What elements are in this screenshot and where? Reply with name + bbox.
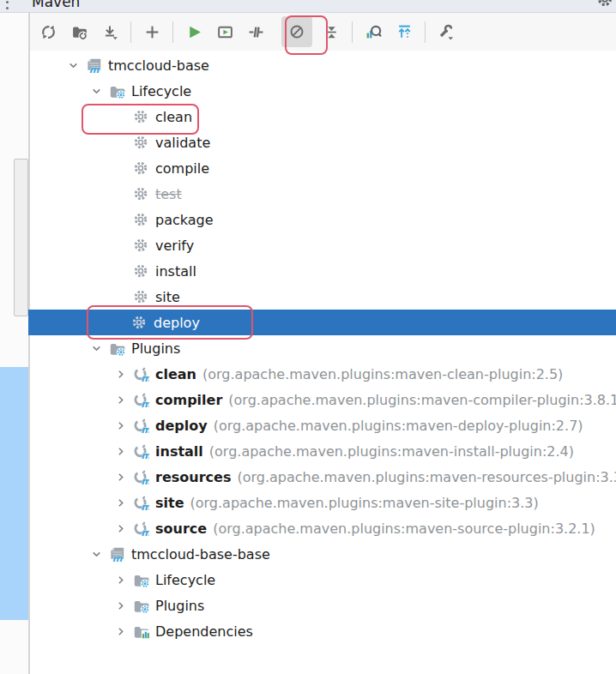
maven-settings-icon[interactable] bbox=[434, 16, 458, 47]
reimport-maven-projects-icon[interactable] bbox=[36, 16, 60, 47]
tree-row-label: tmccloud-base-base bbox=[131, 546, 270, 563]
tree-row-label: site bbox=[155, 289, 180, 305]
maven-project-icon: m bbox=[85, 57, 102, 74]
chevron-right-icon[interactable] bbox=[115, 515, 132, 541]
tree-row-label: site bbox=[155, 495, 184, 511]
generate-sources-icon[interactable] bbox=[67, 16, 91, 47]
tree-row-label: install bbox=[155, 263, 196, 280]
add-maven-project-icon[interactable] bbox=[140, 16, 164, 47]
plugin-coordinates-label: (org.apache.maven.plugins:maven-install-… bbox=[209, 443, 574, 460]
toolbar-separator bbox=[172, 21, 173, 43]
tree-row-label: test bbox=[155, 186, 182, 202]
maven-goal-gear-icon bbox=[132, 185, 149, 202]
tree-row-resources[interactable]: mresources(org.apache.maven.plugins:mave… bbox=[30, 464, 616, 490]
tree-row-label: install bbox=[155, 443, 203, 460]
tree-row-label: deploy bbox=[155, 418, 208, 434]
tree-row-validate[interactable]: validate bbox=[30, 129, 616, 155]
run-maven-build-icon[interactable] bbox=[182, 16, 206, 47]
tree-row-deploy[interactable]: deploy bbox=[28, 310, 616, 335]
maven-tool-window: Maven bbox=[0, 0, 616, 674]
tree-row-lifecycle[interactable]: Lifecycle bbox=[30, 78, 616, 104]
tree-row-label: source bbox=[155, 521, 207, 537]
tool-window-title: Maven bbox=[32, 0, 80, 10]
maven-goal-gear-icon bbox=[132, 108, 149, 125]
tree-row-deploy[interactable]: mdeploy(org.apache.maven.plugins:maven-d… bbox=[30, 412, 616, 438]
tree-row-clean[interactable]: clean bbox=[30, 104, 616, 129]
chevron-spacer bbox=[115, 258, 132, 284]
chevron-down-icon[interactable] bbox=[91, 541, 108, 567]
toggle-skip-tests-icon[interactable] bbox=[281, 16, 312, 47]
chevron-right-icon[interactable] bbox=[115, 618, 132, 644]
chevron-spacer bbox=[115, 207, 132, 232]
tree-row-label: package bbox=[155, 212, 214, 228]
drag-handle-dot bbox=[6, 7, 9, 9]
tree-row-test[interactable]: test bbox=[30, 181, 616, 207]
plugin-coordinates-label: (org.apache.maven.plugins:maven-source-p… bbox=[213, 521, 595, 537]
folder-gear-icon bbox=[108, 340, 125, 357]
tree-row-label: Dependencies bbox=[155, 623, 253, 640]
chevron-down-icon[interactable] bbox=[91, 78, 108, 104]
scrollbar-thumb[interactable] bbox=[14, 159, 28, 316]
chevron-right-icon[interactable] bbox=[115, 464, 132, 490]
dependency-analyzer-icon[interactable] bbox=[361, 16, 385, 47]
chevron-spacer bbox=[115, 129, 132, 155]
chevron-right-icon[interactable] bbox=[115, 387, 132, 412]
toolbar-separator bbox=[130, 21, 131, 43]
maven-plugin-icon: m bbox=[132, 494, 149, 511]
maven-projects-tree: mtmccloud-base Lifecycle clean validate … bbox=[30, 51, 616, 674]
chevron-down-icon[interactable] bbox=[91, 335, 108, 361]
maven-plugin-icon: m bbox=[132, 365, 149, 382]
tree-row-label: tmccloud-base bbox=[108, 57, 209, 74]
tree-row-label: resources bbox=[155, 469, 231, 485]
maven-goal-gear-icon bbox=[132, 159, 149, 177]
download-sources-icon[interactable] bbox=[98, 16, 122, 47]
tree-row-site[interactable]: msite(org.apache.maven.plugins:maven-sit… bbox=[30, 490, 616, 515]
tree-row-compiler[interactable]: mcompiler(org.apache.maven.plugins:maven… bbox=[30, 387, 616, 412]
maven-plugin-icon: m bbox=[132, 417, 149, 434]
maven-goal-gear-icon bbox=[132, 134, 149, 151]
maven-plugin-icon: m bbox=[132, 391, 149, 408]
tree-row-label: Plugins bbox=[155, 598, 204, 614]
tree-row-source[interactable]: msource(org.apache.maven.plugins:maven-s… bbox=[30, 515, 616, 541]
maven-goal-gear-icon bbox=[132, 211, 149, 228]
maven-plugin-icon: m bbox=[132, 442, 149, 460]
header-gear-icon[interactable] bbox=[596, 0, 613, 11]
tree-row-plugins[interactable]: Plugins bbox=[30, 335, 616, 361]
chevron-right-icon[interactable] bbox=[115, 412, 132, 438]
tree-row-lifecycle[interactable]: Lifecycle bbox=[30, 567, 616, 593]
chevron-right-icon[interactable] bbox=[115, 567, 132, 593]
svg-text:m: m bbox=[112, 552, 123, 562]
tree-row-package[interactable]: package bbox=[30, 207, 616, 232]
chevron-down-icon[interactable] bbox=[68, 52, 85, 78]
gutter-selection-marker bbox=[0, 367, 28, 620]
expand-icon[interactable] bbox=[392, 16, 416, 47]
execute-maven-goal-icon[interactable] bbox=[213, 16, 237, 47]
tree-row-install[interactable]: minstall(org.apache.maven.plugins:maven-… bbox=[30, 438, 616, 464]
toggle-offline-mode-icon[interactable] bbox=[244, 16, 268, 47]
tree-row-compile[interactable]: compile bbox=[30, 155, 616, 181]
svg-text:m: m bbox=[141, 475, 149, 484]
tree-row-install[interactable]: install bbox=[30, 258, 616, 284]
collapse-all-icon[interactable] bbox=[319, 16, 343, 47]
maven-plugin-icon: m bbox=[132, 520, 149, 537]
tree-row-site[interactable]: site bbox=[30, 284, 616, 310]
chevron-right-icon[interactable] bbox=[115, 593, 132, 618]
tree-row-dependencies[interactable]: Dependencies bbox=[30, 618, 616, 644]
drag-handle-dot bbox=[6, 1, 9, 3]
tree-row-label: Lifecycle bbox=[155, 572, 215, 588]
tree-row-clean[interactable]: mclean(org.apache.maven.plugins:maven-cl… bbox=[30, 361, 616, 387]
tree-row-label: compiler bbox=[155, 392, 222, 408]
tree-row-verify[interactable]: verify bbox=[30, 232, 616, 258]
tree-row-tmccloud-base[interactable]: mtmccloud-base bbox=[30, 52, 616, 78]
tree-row-tmccloud-base-base[interactable]: mtmccloud-base-base bbox=[30, 541, 616, 567]
svg-text:m: m bbox=[88, 63, 100, 73]
chevron-right-icon[interactable] bbox=[115, 490, 132, 515]
chevron-right-icon[interactable] bbox=[115, 438, 132, 464]
maven-goal-gear-icon bbox=[132, 237, 149, 254]
maven-toolbar bbox=[0, 13, 616, 51]
tree-row-label: clean bbox=[155, 366, 196, 382]
tree-row-plugins[interactable]: Plugins bbox=[30, 593, 616, 618]
folder-gear-icon bbox=[132, 597, 149, 614]
svg-text:m: m bbox=[141, 527, 149, 536]
chevron-right-icon[interactable] bbox=[115, 361, 132, 387]
